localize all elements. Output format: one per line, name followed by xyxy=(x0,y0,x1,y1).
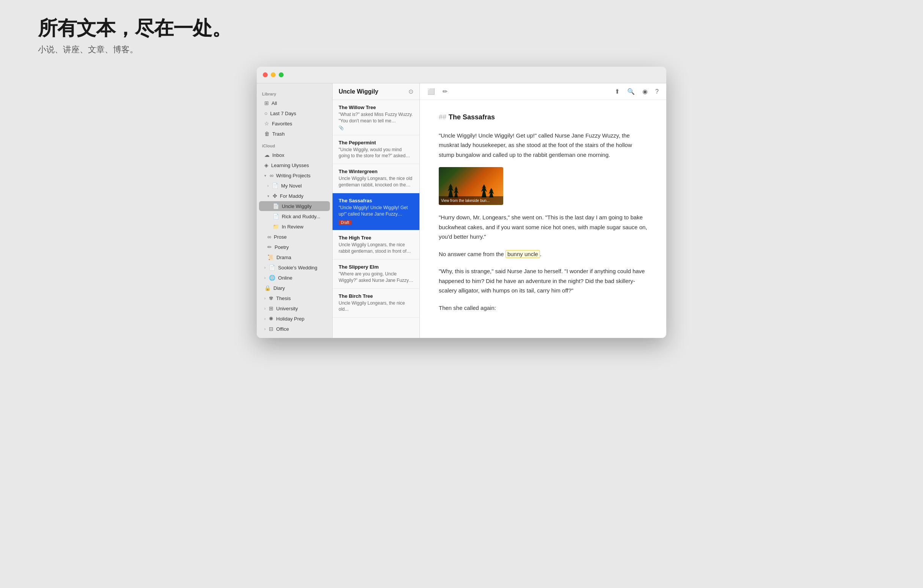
minimize-button[interactable] xyxy=(271,72,276,77)
chevron-down-icon: ▾ xyxy=(264,174,266,178)
sidebar-item-label: University xyxy=(276,306,298,311)
prose-icon: ∞ xyxy=(267,234,271,240)
sidebar-item-label: Uncle Wiggily xyxy=(282,203,312,209)
sidebar-item-writing-projects[interactable]: ▾ ∞ Writing Projects xyxy=(259,170,330,180)
clock-icon: ○ xyxy=(264,110,267,116)
sidebar-item-label: In Review xyxy=(282,224,303,229)
sidebar-item-poetry[interactable]: ✏ Poetry xyxy=(259,242,330,252)
sidebar-item-inreview[interactable]: 📁 In Review xyxy=(259,222,330,231)
sidebar-item-last7[interactable]: ○ Last 7 Days xyxy=(259,108,330,118)
sidebar-item-mynovel[interactable]: › 📄 My Novel xyxy=(259,181,330,190)
sheet-list: Uncle Wiggily ⊙ The Willow Tree "What is… xyxy=(333,84,420,338)
search-icon[interactable]: 🔍 xyxy=(626,87,636,97)
chevron-right-icon: › xyxy=(264,317,266,321)
sidebar-item-diary[interactable]: 🔒 Diary xyxy=(259,283,330,293)
sidebar-item-university[interactable]: › ⊞ University xyxy=(259,303,330,313)
hero-subtitle: 小说、讲座、文章、博客。 xyxy=(38,44,908,55)
sidebar-item-label: Writing Projects xyxy=(276,173,310,179)
share-icon[interactable]: ⬆ xyxy=(613,87,621,97)
sheet-title: The High Tree xyxy=(338,235,413,241)
doc-paragraph-3: No answer came from the bunny uncle. xyxy=(439,249,647,259)
doc-paragraph-2: "Hurry down, Mr. Longears," she went on.… xyxy=(439,213,647,242)
doc-paragraph-1: "Uncle Wiggily! Uncle Wiggily! Get up!" … xyxy=(439,131,647,160)
help-icon[interactable]: ? xyxy=(654,87,660,97)
sidebar-item-sookies[interactable]: › 📄 Sookie's Wedding xyxy=(259,262,330,272)
sidebar-item-label: Drama xyxy=(276,255,291,260)
sidebar-item-label: All xyxy=(271,100,277,106)
sidebar-item-label: Sookie's Wedding xyxy=(278,265,317,270)
sidebar-item-label: My Novel xyxy=(281,183,302,189)
holiday-icon: ✺ xyxy=(269,316,273,322)
sidebar-item-holiday[interactable]: › ✺ Holiday Prep xyxy=(259,314,330,324)
sidebar-toggle-icon[interactable]: ⬜ xyxy=(426,87,437,97)
hero-title: 所有文本，尽在一处。 xyxy=(38,15,908,42)
paperclip-icon: 📎 xyxy=(338,125,413,130)
image-caption: View from the lakeside bun... xyxy=(439,196,503,205)
sheet-footer: Draft xyxy=(338,219,413,225)
sheet-item-sassafras[interactable]: The Sassafras "Uncle Wiggily! Uncle Wigg… xyxy=(333,193,419,231)
sheet-item-willow[interactable]: The Willow Tree "What is?" asked Miss Fu… xyxy=(333,100,419,135)
sidebar-item-label: Holiday Prep xyxy=(276,316,304,322)
sidebar-item-prose[interactable]: ∞ Prose xyxy=(259,232,330,242)
chevron-right-icon: › xyxy=(264,296,266,300)
sheet-item-hightree[interactable]: The High Tree Uncle Wiggily Longears, th… xyxy=(333,230,419,259)
sheet-title: The Sassafras xyxy=(338,198,413,203)
sidebar-item-label: Diary xyxy=(273,285,285,291)
sookies-icon: 📄 xyxy=(269,264,275,270)
sheet-item-peppermint[interactable]: The Peppermint "Uncle Wiggily, would you… xyxy=(333,135,419,164)
chevron-right-icon: › xyxy=(264,276,266,280)
sidebar-item-office[interactable]: › ⊟ Office xyxy=(259,324,330,334)
drama-icon: 📜 xyxy=(267,254,274,260)
sidebar-item-label: For Maddy xyxy=(280,193,303,199)
chevron-right-icon: › xyxy=(264,265,266,270)
sheet-preview: "Uncle Wiggily! Uncle Wiggily! Get up!" … xyxy=(338,205,413,218)
sheet-item-wintergreen[interactable]: The Wintergreen Uncle Wiggily Longears, … xyxy=(333,164,419,193)
sidebar-item-online[interactable]: › 🌐 Online xyxy=(259,273,330,283)
sheet-preview: "Uncle Wiggily, would you mind going to … xyxy=(338,147,413,159)
heading-text: The Sassafras xyxy=(448,113,495,121)
sheet-item-slipperyelm[interactable]: The Slippery Elm "Where are you going, U… xyxy=(333,259,419,289)
chevron-right-icon: › xyxy=(267,184,268,188)
close-button[interactable] xyxy=(263,72,268,77)
sheet-preview: Uncle Wiggily Longears, the nice old gen… xyxy=(338,175,413,188)
app-window: Library ⊞ All ○ Last 7 Days ☆ Favorites … xyxy=(257,67,666,338)
all-icon: ⊞ xyxy=(264,100,269,106)
sidebar-item-label: Trash xyxy=(272,131,285,137)
university-icon: ⊞ xyxy=(269,305,273,311)
sheet-title: The Birch Tree xyxy=(338,293,413,299)
sidebar-item-trash[interactable]: 🗑 Trash xyxy=(259,129,330,139)
sidebar-item-rickruddy[interactable]: 📄 Rick and Ruddy... xyxy=(259,211,330,221)
maximize-button[interactable] xyxy=(279,72,284,77)
sidebar-item-favorites[interactable]: ☆ Favorites xyxy=(259,119,330,128)
editor-content[interactable]: ##The Sassafras "Uncle Wiggily! Uncle Wi… xyxy=(420,100,666,338)
trash-icon: 🗑 xyxy=(264,131,269,137)
sidebar-item-thesis[interactable]: › ✾ Thesis xyxy=(259,293,330,303)
sidebar-item-drama[interactable]: 📜 Drama xyxy=(259,252,330,262)
folder-icon: 📁 xyxy=(273,224,279,229)
sheet-title: The Slippery Elm xyxy=(338,264,413,270)
sheet-preview: Uncle Wiggily Longears, the nice rabbit … xyxy=(338,242,413,255)
sheet-title: The Willow Tree xyxy=(338,105,413,110)
sidebar-item-learning[interactable]: ◈ Learning Ulysses xyxy=(259,160,330,170)
chevron-down-icon: ▾ xyxy=(267,194,269,198)
sidebar-item-label: Poetry xyxy=(274,244,289,250)
sidebar-item-label: Learning Ulysses xyxy=(271,162,309,168)
sheet-title: The Wintergreen xyxy=(338,169,413,174)
title-bar xyxy=(257,67,666,84)
sidebar-item-inbox[interactable]: ☁ Inbox xyxy=(259,150,330,160)
sidebar-item-label: Favorites xyxy=(272,121,292,126)
compose-icon[interactable]: ✏ xyxy=(441,87,449,97)
sidebar-item-unclewiggily[interactable]: 📄 Uncle Wiggily xyxy=(259,201,330,211)
doc-heading: ##The Sassafras xyxy=(439,111,647,123)
sidebar-item-formaddy[interactable]: ▾ ✤ For Maddy xyxy=(259,191,330,201)
sidebar: Library ⊞ All ○ Last 7 Days ☆ Favorites … xyxy=(257,84,333,338)
shield-icon[interactable]: ◉ xyxy=(641,87,649,97)
sidebar-item-label: Office xyxy=(276,326,289,332)
sheet-preview: Uncle Wiggily Longears, the nice old... xyxy=(338,300,413,313)
sidebar-item-label: Thesis xyxy=(276,295,291,301)
sheet-item-birch[interactable]: The Birch Tree Uncle Wiggily Longears, t… xyxy=(333,289,419,318)
online-icon: 🌐 xyxy=(269,275,275,281)
sidebar-item-all[interactable]: ⊞ All xyxy=(259,98,330,108)
draft-badge: Draft xyxy=(338,220,351,225)
settings-icon[interactable]: ⊙ xyxy=(408,88,413,95)
